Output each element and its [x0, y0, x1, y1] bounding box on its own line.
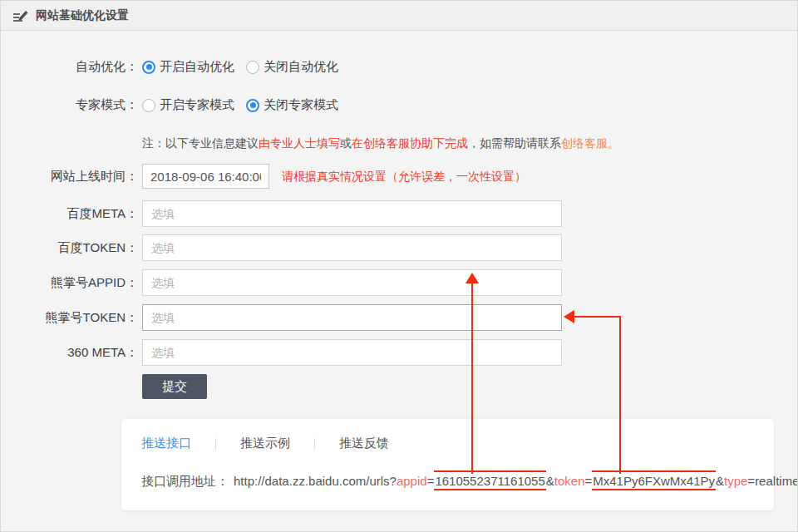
online-time-hint: 请根据真实情况设置（允许误差，一次性设置） [282, 164, 526, 189]
meta-360-label: 360 META： [1, 339, 138, 366]
push-api-panel: 推送接口 推送示例 推送反馈 接口调用地址：http://data.zz.bai… [121, 419, 774, 510]
expert-mode-label: 专家模式： [1, 97, 138, 113]
xiongzhang-token-input[interactable] [142, 304, 562, 331]
xiongzhang-appid-input[interactable] [142, 269, 562, 296]
api-url-base: http://data.zz.baidu.com/urls? [234, 474, 397, 488]
professional-info-note: 注：以下专业信息建议由专业人士填写或在创络客服协助下完成，如需帮助请联系创络客服… [142, 136, 619, 151]
radio-expert-off[interactable]: 关闭专家模式 [246, 97, 338, 113]
api-type-value: realtime [755, 474, 798, 488]
note-red-segment: 由专业人士填写 [259, 136, 340, 150]
api-url-label: 接口调用地址： [141, 474, 229, 488]
radio-auto-on[interactable]: 开启自动优化 [142, 59, 234, 75]
page-header: 网站基础优化设置 [1, 1, 798, 31]
panel-tabs: 推送接口 推送示例 推送反馈 [141, 436, 389, 451]
xiongzhang-appid-label: 熊掌号APPID： [1, 269, 138, 296]
edit-icon [12, 8, 29, 23]
baidu-token-label: 百度TOKEN： [1, 234, 138, 261]
expert-mode-radio-group: 开启专家模式 关闭专家模式 [142, 97, 350, 113]
tab-push-api[interactable]: 推送接口 [141, 436, 191, 451]
token-arrow-hline [574, 316, 621, 318]
token-arrow-head-icon [564, 310, 574, 323]
api-url-line: 接口调用地址：http://data.zz.baidu.com/urls?app… [141, 474, 798, 490]
api-param-token-key: token [554, 474, 585, 488]
xiongzhang-token-label: 熊掌号TOKEN： [1, 304, 138, 331]
api-appid-value: 1610552371161055 [434, 470, 545, 490]
auto-optimize-radio-group: 开启自动优化 关闭自动优化 [142, 59, 350, 75]
baidu-token-input[interactable] [142, 234, 562, 261]
tab-divider [215, 438, 216, 450]
auto-optimize-label: 自动优化： [1, 59, 138, 75]
submit-button[interactable]: 提交 [142, 374, 207, 399]
api-param-appid-key: appid [397, 474, 427, 488]
baidu-meta-input[interactable] [142, 200, 562, 227]
radio-selected-icon[interactable] [246, 99, 259, 112]
online-time-label: 网站上线时间： [1, 164, 138, 189]
tab-push-feedback[interactable]: 推送反馈 [339, 436, 389, 451]
radio-selected-icon[interactable] [142, 61, 155, 74]
radio-auto-off[interactable]: 关闭自动优化 [246, 59, 338, 75]
tab-push-example[interactable]: 推送示例 [240, 436, 290, 451]
tab-divider [314, 438, 315, 450]
appid-arrow-head-icon [466, 273, 479, 283]
baidu-meta-label: 百度META： [1, 200, 138, 227]
customer-service-link[interactable]: 创络客服 [561, 136, 608, 150]
radio-expert-on[interactable]: 开启专家模式 [142, 97, 234, 113]
online-time-input[interactable] [142, 164, 269, 189]
appid-arrow-line [471, 282, 473, 474]
api-token-value: Mx41Py6FXwMx41Py [592, 470, 716, 490]
page-title: 网站基础优化设置 [36, 8, 129, 23]
api-param-type-key: type [724, 474, 747, 488]
token-arrow-vline [619, 317, 621, 474]
radio-unselected-icon[interactable] [142, 99, 155, 112]
radio-unselected-icon[interactable] [246, 61, 259, 74]
note-red-segment: 在创络客服协助下完成 [352, 136, 468, 150]
meta-360-input[interactable] [142, 339, 562, 366]
